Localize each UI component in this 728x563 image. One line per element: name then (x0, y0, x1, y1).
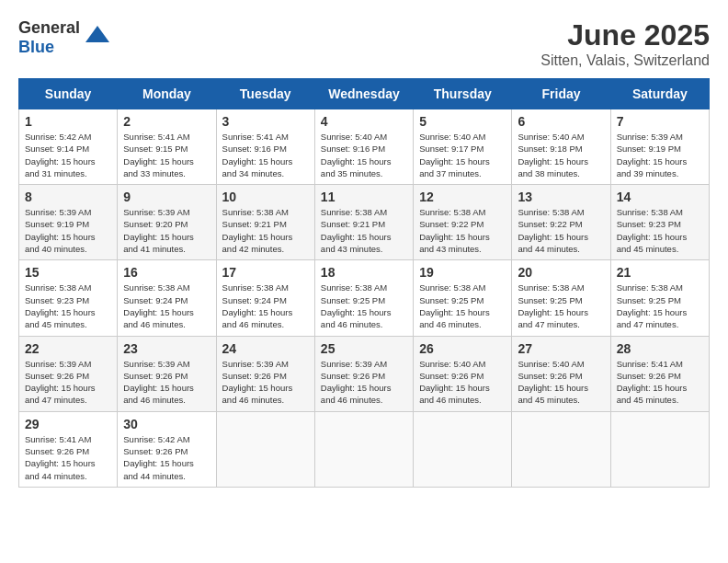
day-info: Sunrise: 5:39 AMSunset: 9:26 PMDaylight:… (25, 358, 111, 407)
day-info: Sunrise: 5:39 AMSunset: 9:26 PMDaylight:… (123, 358, 210, 407)
day-number: 13 (518, 190, 604, 204)
location-title: Sitten, Valais, Switzerland (540, 52, 710, 69)
day-info: Sunrise: 5:40 AMSunset: 9:26 PMDaylight:… (419, 358, 506, 407)
day-number: 8 (25, 190, 111, 204)
day-info: Sunrise: 5:38 AMSunset: 9:25 PMDaylight:… (321, 282, 407, 330)
day-info: Sunrise: 5:39 AMSunset: 9:19 PMDaylight:… (25, 206, 111, 255)
calendar-cell: 20Sunrise: 5:38 AMSunset: 9:25 PMDayligh… (512, 260, 610, 336)
calendar-cell: 5Sunrise: 5:40 AMSunset: 9:17 PMDaylight… (414, 109, 512, 185)
calendar-cell: 14Sunrise: 5:38 AMSunset: 9:23 PMDayligh… (610, 185, 709, 260)
day-info: Sunrise: 5:39 AMSunset: 9:26 PMDaylight:… (321, 358, 407, 407)
day-info: Sunrise: 5:38 AMSunset: 9:24 PMDaylight:… (222, 282, 309, 330)
calendar-cell: 12Sunrise: 5:38 AMSunset: 9:22 PMDayligh… (414, 185, 512, 260)
calendar-cell (512, 411, 610, 487)
day-header-sunday: Sunday (19, 79, 118, 109)
day-info: Sunrise: 5:39 AMSunset: 9:19 PMDaylight:… (617, 131, 703, 179)
month-title: June 2025 (540, 18, 710, 52)
calendar-cell: 2Sunrise: 5:41 AMSunset: 9:15 PMDaylight… (118, 109, 216, 185)
day-number: 29 (25, 417, 111, 431)
calendar-cell: 22Sunrise: 5:39 AMSunset: 9:26 PMDayligh… (19, 336, 118, 411)
calendar-cell: 16Sunrise: 5:38 AMSunset: 9:24 PMDayligh… (118, 260, 216, 336)
calendar-cell: 3Sunrise: 5:41 AMSunset: 9:16 PMDaylight… (216, 109, 314, 185)
day-number: 1 (25, 114, 111, 129)
day-number: 9 (123, 190, 210, 204)
day-info: Sunrise: 5:38 AMSunset: 9:23 PMDaylight:… (25, 282, 111, 330)
day-number: 25 (321, 341, 407, 356)
calendar-cell: 29Sunrise: 5:41 AMSunset: 9:26 PMDayligh… (19, 411, 118, 487)
day-info: Sunrise: 5:40 AMSunset: 9:26 PMDaylight:… (518, 358, 604, 407)
week-row-1: 8Sunrise: 5:39 AMSunset: 9:19 PMDaylight… (19, 185, 710, 260)
day-number: 2 (123, 114, 210, 129)
header: General Blue June 2025 Sitten, Valais, S… (18, 18, 710, 69)
header-row: SundayMondayTuesdayWednesdayThursdayFrid… (19, 79, 710, 109)
calendar-cell: 25Sunrise: 5:39 AMSunset: 9:26 PMDayligh… (314, 336, 413, 411)
day-number: 10 (222, 190, 309, 204)
calendar-cell: 23Sunrise: 5:39 AMSunset: 9:26 PMDayligh… (118, 336, 216, 411)
calendar-cell: 13Sunrise: 5:38 AMSunset: 9:22 PMDayligh… (512, 185, 610, 260)
calendar-cell (216, 411, 314, 487)
calendar-cell: 4Sunrise: 5:40 AMSunset: 9:16 PMDaylight… (314, 109, 413, 185)
day-number: 21 (617, 265, 703, 280)
calendar-cell: 21Sunrise: 5:38 AMSunset: 9:25 PMDayligh… (610, 260, 709, 336)
calendar-cell: 9Sunrise: 5:39 AMSunset: 9:20 PMDaylight… (118, 185, 216, 260)
logo-blue: Blue (18, 38, 54, 56)
day-info: Sunrise: 5:38 AMSunset: 9:21 PMDaylight:… (321, 206, 407, 255)
day-info: Sunrise: 5:38 AMSunset: 9:22 PMDaylight:… (518, 206, 604, 255)
day-info: Sunrise: 5:42 AMSunset: 9:14 PMDaylight:… (25, 131, 111, 179)
day-number: 27 (518, 341, 604, 356)
day-header-monday: Monday (118, 79, 216, 109)
logo-general: General (18, 18, 80, 37)
calendar-cell (414, 411, 512, 487)
day-number: 15 (25, 265, 111, 280)
calendar-cell (610, 411, 709, 487)
day-header-friday: Friday (512, 79, 610, 109)
day-info: Sunrise: 5:38 AMSunset: 9:24 PMDaylight:… (123, 282, 210, 330)
day-header-wednesday: Wednesday (314, 79, 413, 109)
day-info: Sunrise: 5:38 AMSunset: 9:25 PMDaylight:… (518, 282, 604, 330)
day-info: Sunrise: 5:40 AMSunset: 9:17 PMDaylight:… (419, 131, 506, 179)
calendar-cell: 28Sunrise: 5:41 AMSunset: 9:26 PMDayligh… (610, 336, 709, 411)
day-number: 22 (25, 341, 111, 356)
day-number: 17 (222, 265, 309, 280)
logo: General Blue (18, 18, 111, 57)
day-info: Sunrise: 5:41 AMSunset: 9:26 PMDaylight:… (25, 433, 111, 482)
day-info: Sunrise: 5:39 AMSunset: 9:26 PMDaylight:… (222, 358, 309, 407)
day-number: 26 (419, 341, 506, 356)
calendar-cell: 17Sunrise: 5:38 AMSunset: 9:24 PMDayligh… (216, 260, 314, 336)
day-info: Sunrise: 5:38 AMSunset: 9:23 PMDaylight:… (617, 206, 703, 255)
day-info: Sunrise: 5:41 AMSunset: 9:26 PMDaylight:… (617, 358, 703, 407)
calendar-cell: 8Sunrise: 5:39 AMSunset: 9:19 PMDaylight… (19, 185, 118, 260)
calendar-table: SundayMondayTuesdayWednesdayThursdayFrid… (18, 78, 710, 488)
day-info: Sunrise: 5:39 AMSunset: 9:20 PMDaylight:… (123, 206, 210, 255)
week-row-2: 15Sunrise: 5:38 AMSunset: 9:23 PMDayligh… (19, 260, 710, 336)
day-info: Sunrise: 5:41 AMSunset: 9:15 PMDaylight:… (123, 131, 210, 179)
calendar-cell: 19Sunrise: 5:38 AMSunset: 9:25 PMDayligh… (414, 260, 512, 336)
day-number: 7 (617, 114, 703, 129)
day-number: 3 (222, 114, 309, 129)
day-number: 20 (518, 265, 604, 280)
day-info: Sunrise: 5:38 AMSunset: 9:25 PMDaylight:… (419, 282, 506, 330)
day-number: 6 (518, 114, 604, 129)
day-info: Sunrise: 5:38 AMSunset: 9:21 PMDaylight:… (222, 206, 309, 255)
day-info: Sunrise: 5:38 AMSunset: 9:22 PMDaylight:… (419, 206, 506, 255)
week-row-0: 1Sunrise: 5:42 AMSunset: 9:14 PMDaylight… (19, 109, 710, 185)
calendar-cell: 26Sunrise: 5:40 AMSunset: 9:26 PMDayligh… (414, 336, 512, 411)
day-number: 24 (222, 341, 309, 356)
day-number: 4 (321, 114, 407, 129)
logo-icon (84, 24, 111, 52)
day-header-thursday: Thursday (414, 79, 512, 109)
day-info: Sunrise: 5:38 AMSunset: 9:25 PMDaylight:… (617, 282, 703, 330)
calendar-cell: 11Sunrise: 5:38 AMSunset: 9:21 PMDayligh… (314, 185, 413, 260)
day-number: 14 (617, 190, 703, 204)
week-row-4: 29Sunrise: 5:41 AMSunset: 9:26 PMDayligh… (19, 411, 710, 487)
day-info: Sunrise: 5:42 AMSunset: 9:26 PMDaylight:… (123, 433, 210, 482)
calendar-cell: 30Sunrise: 5:42 AMSunset: 9:26 PMDayligh… (118, 411, 216, 487)
day-info: Sunrise: 5:40 AMSunset: 9:18 PMDaylight:… (518, 131, 604, 179)
day-number: 16 (123, 265, 210, 280)
calendar-cell: 27Sunrise: 5:40 AMSunset: 9:26 PMDayligh… (512, 336, 610, 411)
svg-marker-0 (85, 26, 109, 42)
day-number: 5 (419, 114, 506, 129)
title-area: June 2025 Sitten, Valais, Switzerland (540, 18, 710, 69)
calendar-cell: 6Sunrise: 5:40 AMSunset: 9:18 PMDaylight… (512, 109, 610, 185)
calendar-cell: 15Sunrise: 5:38 AMSunset: 9:23 PMDayligh… (19, 260, 118, 336)
